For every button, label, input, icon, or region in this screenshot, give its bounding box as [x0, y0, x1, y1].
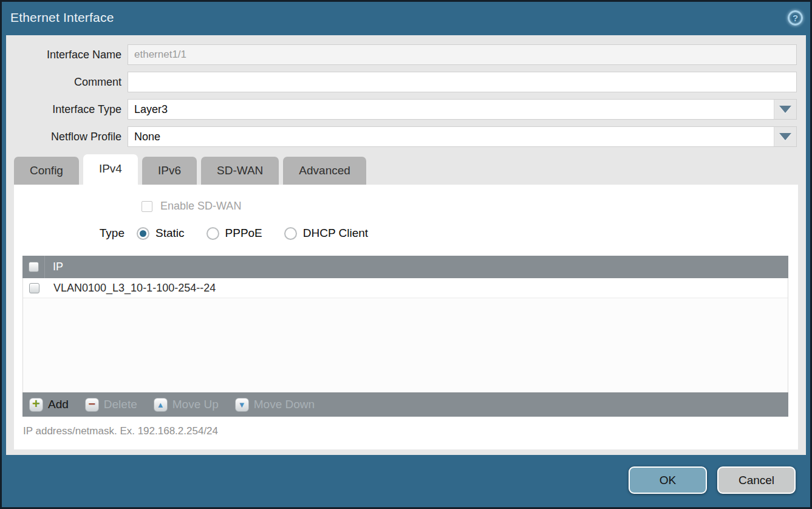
dialog-title: Ethernet Interface	[10, 10, 114, 25]
chevron-down-icon	[779, 133, 791, 140]
form-row-netflow-profile: Netflow Profile None	[6, 126, 806, 147]
ipv4-tab-panel: Enable SD-WAN Type Static PPPoE DHCP Cli…	[14, 185, 798, 449]
tab-ipv6[interactable]: IPv6	[142, 157, 197, 185]
tab-advanced[interactable]: Advanced	[283, 157, 366, 185]
comment-field[interactable]	[128, 72, 797, 92]
form-row-comment: Comment	[6, 72, 806, 92]
table-row[interactable]: VLAN0100_L3_10-1-100-254--24	[23, 278, 788, 298]
tab-bar: Config IPv4 IPv6 SD-WAN Advanced	[6, 154, 806, 185]
arrow-up-icon	[154, 398, 168, 412]
radio-pppoe-label: PPPoE	[225, 227, 262, 240]
interface-name-label: Interface Name	[6, 49, 128, 61]
dialog-content: Interface Name Comment Interface Type La…	[6, 35, 806, 455]
form-row-interface-type: Interface Type Layer3	[6, 99, 806, 120]
radio-dhcp-client-label: DHCP Client	[303, 227, 368, 240]
plus-icon	[29, 398, 43, 412]
delete-button-label: Delete	[104, 398, 137, 411]
ip-format-hint: IP address/netmask. Ex. 192.168.2.254/24	[23, 425, 798, 437]
delete-button: Delete	[85, 398, 137, 412]
interface-type-dropdown[interactable]: Layer3	[128, 99, 797, 120]
interface-type-dropdown-button[interactable]	[774, 100, 796, 119]
select-all-checkbox[interactable]	[29, 262, 39, 272]
radio-pppoe[interactable]	[206, 227, 219, 240]
chevron-down-icon	[779, 106, 791, 113]
select-all-cell	[22, 256, 45, 278]
netflow-profile-value: None	[128, 127, 774, 146]
tab-config[interactable]: Config	[14, 157, 79, 185]
ethernet-interface-dialog: Ethernet Interface ? Interface Name Comm…	[0, 0, 812, 509]
radio-static-label: Static	[155, 227, 185, 240]
arrow-down-icon	[235, 398, 249, 412]
dialog-titlebar: Ethernet Interface ?	[2, 2, 810, 33]
enable-sdwan-label: Enable SD-WAN	[160, 200, 241, 213]
interface-type-value: Layer3	[128, 100, 774, 119]
netflow-profile-dropdown-button[interactable]	[774, 127, 796, 146]
comment-label: Comment	[6, 76, 128, 89]
help-icon[interactable]: ?	[788, 10, 803, 26]
ip-column-header: IP	[45, 261, 63, 273]
minus-icon	[85, 398, 99, 412]
ip-table-header: IP	[22, 256, 788, 278]
ip-table: IP VLAN0100_L3_10-1-100-254--24 Add	[22, 256, 788, 417]
ip-row-value: VLAN0100_L3_10-1-100-254--24	[46, 282, 216, 295]
form-row-interface-name: Interface Name	[6, 44, 806, 65]
move-down-button: Move Down	[235, 398, 315, 412]
interface-name-field	[128, 44, 797, 65]
netflow-profile-dropdown[interactable]: None	[128, 126, 797, 147]
add-button[interactable]: Add	[29, 398, 69, 412]
interface-type-label: Interface Type	[6, 103, 128, 116]
ok-button[interactable]: OK	[629, 466, 707, 494]
cancel-button[interactable]: Cancel	[717, 466, 796, 494]
radio-dhcp-client[interactable]	[284, 227, 297, 240]
row-checkbox-cell	[23, 278, 46, 298]
move-down-button-label: Move Down	[254, 398, 315, 411]
type-radio-group: Type Static PPPoE DHCP Client	[14, 227, 798, 240]
tab-ipv4[interactable]: IPv4	[83, 154, 138, 185]
ip-table-toolbar: Add Delete Move Up Move Down	[22, 392, 788, 417]
tab-sdwan[interactable]: SD-WAN	[201, 157, 279, 185]
add-button-label: Add	[48, 398, 69, 411]
ip-table-body: VLAN0100_L3_10-1-100-254--24	[22, 278, 788, 392]
radio-static[interactable]	[137, 227, 149, 240]
dialog-footer: OK Cancel	[629, 466, 796, 494]
enable-sdwan-checkbox	[142, 201, 152, 212]
move-up-button-label: Move Up	[172, 398, 219, 411]
move-up-button: Move Up	[154, 398, 219, 412]
netflow-profile-label: Netflow Profile	[6, 131, 128, 143]
enable-sdwan-row: Enable SD-WAN	[142, 185, 798, 213]
type-label: Type	[14, 227, 129, 240]
row-checkbox[interactable]	[29, 283, 39, 293]
